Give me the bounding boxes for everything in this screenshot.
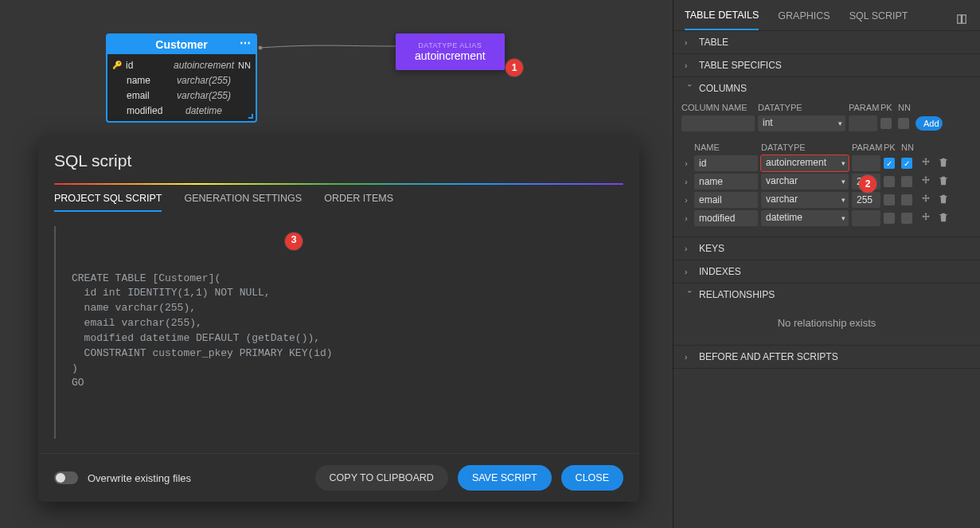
entity-menu-icon[interactable]: ⋯ — [240, 37, 251, 49]
add-column-button[interactable]: Add — [916, 116, 943, 131]
delete-icon[interactable] — [936, 175, 951, 189]
column-pk-checkbox[interactable] — [884, 176, 895, 187]
chevron-down-icon: ▾ — [841, 214, 845, 222]
column-param-input[interactable] — [852, 192, 880, 208]
new-column-row: int▾ Add — [681, 115, 972, 131]
entity-table-customer[interactable]: Customer ⋯ 🔑idautoincrementNNnamevarchar… — [106, 33, 257, 123]
expand-row-icon[interactable]: › — [681, 178, 691, 186]
column-name-input[interactable] — [694, 192, 758, 208]
column-param-input[interactable] — [852, 155, 880, 171]
chevron-right-icon: › — [685, 268, 694, 276]
tab-graphics[interactable]: GRAPHICS — [778, 10, 830, 29]
tab-project-sql-script[interactable]: PROJECT SQL SCRIPT — [54, 193, 162, 212]
section-header-relationships[interactable]: ›RELATIONSHIPS — [674, 284, 980, 306]
column-nn-checkbox[interactable]: ✓ — [901, 158, 912, 169]
column-datatype-select[interactable]: varchar▾ — [761, 174, 849, 190]
delete-icon[interactable] — [936, 157, 951, 170]
move-icon[interactable] — [919, 212, 933, 225]
right-properties-panel: TABLE DETAILS GRAPHICS SQL SCRIPT ›TABLE… — [673, 0, 980, 528]
column-row: ›varchar▾ — [681, 174, 972, 190]
close-button[interactable]: CLOSE — [561, 465, 623, 491]
section-header-indexes[interactable]: ›INDEXES — [674, 260, 980, 283]
move-icon[interactable] — [919, 157, 933, 170]
entity-title[interactable]: Customer ⋯ — [107, 35, 256, 54]
chevron-right-icon: › — [685, 244, 694, 253]
chevron-down-icon: ▾ — [838, 119, 842, 127]
chevron-down-icon: › — [685, 290, 694, 299]
chevron-right-icon: › — [685, 38, 694, 47]
entity-title-text: Customer — [155, 38, 207, 51]
tab-order-items[interactable]: ORDER ITEMS — [324, 193, 393, 212]
svg-rect-2 — [962, 15, 966, 24]
datatype-alias-card[interactable]: DATATYPE ALIAS autoincrement — [396, 33, 505, 70]
tab-table-details[interactable]: TABLE DETAILS — [685, 10, 759, 30]
chevron-right-icon: › — [685, 353, 694, 362]
tab-sql-script[interactable]: SQL SCRIPT — [849, 10, 908, 29]
copy-to-clipboard-button[interactable]: COPY TO CLIPBOARD — [315, 465, 448, 491]
panel-layout-icon[interactable] — [956, 14, 969, 26]
expand-row-icon[interactable]: › — [681, 214, 691, 223]
section-keys: ›KEYS — [674, 237, 980, 260]
column-pk-checkbox[interactable] — [884, 213, 895, 224]
column-nn-checkbox[interactable] — [901, 194, 912, 205]
save-script-button[interactable]: SAVE SCRIPT — [458, 465, 552, 491]
annotation-badge-2: 2 — [859, 175, 877, 193]
expand-row-icon[interactable]: › — [681, 159, 691, 168]
column-pk-checkbox[interactable] — [884, 194, 895, 205]
entity-column-datatype: datetime — [174, 105, 233, 116]
connector-line — [0, 0, 673, 135]
column-param-input[interactable] — [852, 210, 880, 226]
section-header-before-after[interactable]: ›BEFORE AND AFTER SCRIPTS — [674, 346, 980, 368]
expand-row-icon[interactable]: › — [681, 196, 691, 205]
entity-column-datatype: varchar(255) — [174, 75, 233, 86]
column-name-input[interactable] — [694, 155, 758, 171]
entity-column-name: name — [127, 75, 174, 86]
entity-column-row[interactable]: emailvarchar(255) — [112, 88, 251, 103]
column-row: ›datetime▾ — [681, 210, 972, 226]
new-column-pk-checkbox[interactable] — [880, 118, 892, 129]
overwrite-toggle[interactable] — [54, 471, 78, 484]
entity-column-name: id — [126, 60, 174, 71]
section-table: ›TABLE — [674, 31, 980, 54]
chevron-down-icon: ▾ — [841, 159, 845, 167]
new-column-param-input[interactable] — [849, 115, 877, 131]
section-table-specifics: ›TABLE SPECIFICS — [674, 54, 980, 77]
section-header-columns[interactable]: ›COLUMNS — [674, 77, 980, 100]
column-name-input[interactable] — [694, 210, 758, 226]
new-column-datatype-select[interactable]: int▾ — [758, 115, 845, 131]
entity-column-row[interactable]: modifieddatetime — [112, 103, 251, 118]
move-icon[interactable] — [919, 194, 933, 207]
column-pk-checkbox[interactable]: ✓ — [884, 158, 895, 169]
column-nn-checkbox[interactable] — [901, 213, 912, 224]
section-header-table[interactable]: ›TABLE — [674, 31, 980, 53]
sql-code-area[interactable]: CREATE TABLE [Customer]( id int IDENTITY… — [38, 212, 639, 453]
sql-tabs: PROJECT SQL SCRIPT GENERATION SETTINGS O… — [38, 185, 639, 212]
chevron-down-icon: ▾ — [841, 178, 845, 186]
overwrite-label: Overwrite existing files — [88, 472, 191, 484]
column-name-input[interactable] — [694, 174, 758, 190]
section-indexes: ›INDEXES — [674, 260, 980, 284]
new-column-name-input[interactable] — [681, 115, 755, 131]
column-datatype-select[interactable]: autoincrement▾ — [761, 155, 849, 171]
entity-column-name: email — [127, 90, 174, 101]
diagram-canvas[interactable]: Customer ⋯ 🔑idautoincrementNNnamevarchar… — [0, 0, 673, 528]
column-nn-checkbox[interactable] — [901, 176, 912, 187]
svg-point-0 — [259, 46, 262, 49]
section-columns: ›COLUMNS COLUMN NAME DATATYPE PARAM PK N… — [674, 77, 980, 237]
tab-generation-settings[interactable]: GENERATION SETTINGS — [184, 193, 302, 212]
column-datatype-select[interactable]: varchar▾ — [761, 192, 849, 208]
move-icon[interactable] — [919, 175, 933, 189]
entity-column-row[interactable]: 🔑idautoincrementNN — [112, 57, 251, 72]
column-datatype-select[interactable]: datetime▾ — [761, 210, 849, 226]
pk-key-icon: 🔑 — [112, 61, 126, 69]
entity-column-row[interactable]: namevarchar(255) — [112, 72, 251, 88]
new-column-nn-checkbox[interactable] — [898, 118, 909, 129]
section-header-table-specifics[interactable]: ›TABLE SPECIFICS — [674, 54, 980, 76]
chevron-right-icon: › — [685, 61, 694, 70]
resize-handle-icon[interactable] — [248, 114, 253, 119]
delete-icon[interactable] — [936, 212, 951, 225]
section-relationships: ›RELATIONSHIPS No relationship exists — [674, 284, 980, 346]
section-header-keys[interactable]: ›KEYS — [674, 237, 980, 260]
delete-icon[interactable] — [936, 194, 951, 207]
relationships-empty-msg: No relationship exists — [681, 309, 972, 337]
